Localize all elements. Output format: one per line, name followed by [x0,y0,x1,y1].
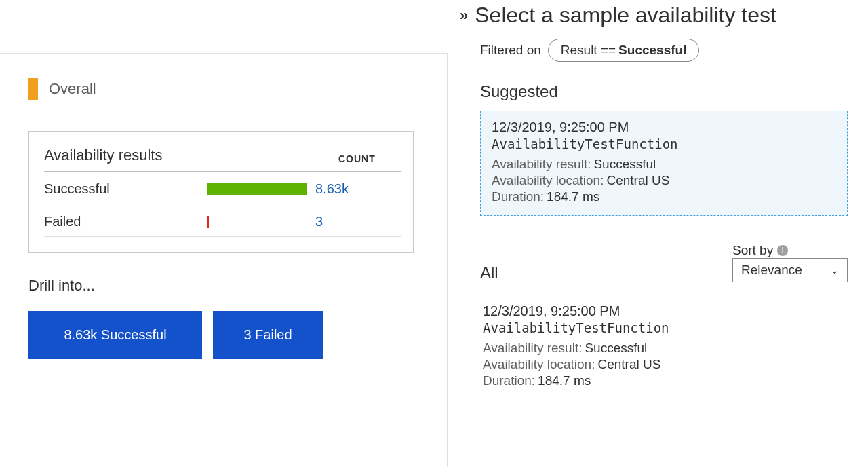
panel-title: Select a sample availability test [475,3,848,28]
drill-successful-button[interactable]: 8.63k Successful [28,311,202,359]
sort-label-row: Sort by i [732,243,788,258]
drill-buttons: 8.63k Successful 3 Failed [28,311,447,359]
drill-failed-button[interactable]: 3 Failed [213,311,323,359]
all-header-row: All Sort by i Relevance ⌄ [480,243,848,288]
result-bar-icon [207,216,209,228]
card-value: 184.7 ms [538,373,591,388]
card-timestamp: 12/3/2019, 9:25:00 PM [492,119,836,135]
card-line: Duration:184.7 ms [483,373,848,388]
drill-into-label: Drill into... [28,277,447,295]
card-function-name: AvailabilityTestFunction [483,320,848,335]
overall-label: Overall [49,80,96,98]
card-line: Availability location:Central US [492,173,836,188]
right-panel: » Select a sample availability test Filt… [448,0,868,467]
all-card[interactable]: 12/3/2019, 9:25:00 PM AvailabilityTestFu… [480,298,848,388]
table-row[interactable]: Successful 8.63k [44,172,401,204]
result-bar-icon [207,183,307,195]
card-key: Availability location: [483,357,595,371]
result-count: 8.63k [315,181,378,197]
all-title: All [480,263,498,282]
suggested-title: Suggested [480,82,848,101]
card-value: Central US [606,173,669,187]
card-key: Availability result: [492,157,591,171]
card-line: Availability result:Successful [492,157,836,172]
result-name: Failed [44,214,207,229]
card-value: Successful [593,157,656,171]
card-value: 184.7 ms [547,189,599,204]
sort-block: Sort by i Relevance ⌄ [732,243,848,282]
result-bar-cell [207,216,315,228]
sort-select[interactable]: Relevance ⌄ [732,258,848,282]
count-column-header: COUNT [338,153,401,164]
card-key: Duration: [492,189,544,204]
sort-by-label: Sort by [732,243,773,258]
results-title-row: Availability results COUNT [44,147,401,172]
card-value: Successful [585,341,647,355]
filter-row: Filtered on Result == Successful [480,39,848,62]
card-timestamp: 12/3/2019, 9:25:00 PM [483,303,848,319]
chevron-down-icon: ⌄ [831,265,839,276]
suggested-card[interactable]: 12/3/2019, 9:25:00 PM AvailabilityTestFu… [480,111,848,216]
right-header: » Select a sample availability test [460,3,848,39]
overall-marker-icon [28,78,38,100]
card-key: Availability location: [492,173,604,187]
filter-pill[interactable]: Result == Successful [548,39,700,62]
collapse-icon[interactable]: » [460,8,468,23]
card-key: Duration: [483,373,535,388]
card-line: Availability location:Central US [483,357,848,372]
info-icon[interactable]: i [777,245,788,256]
result-bar-cell [207,183,315,195]
card-key: Availability result: [483,341,582,355]
sort-value: Relevance [741,263,802,278]
table-row[interactable]: Failed 3 [44,204,401,237]
result-name: Successful [44,181,207,197]
card-line: Availability result:Successful [483,341,848,356]
card-function-name: AvailabilityTestFunction [492,136,836,151]
left-panel: Overall Availability results COUNT Succe… [0,53,448,467]
card-line: Duration:184.7 ms [492,189,836,204]
results-title: Availability results [44,147,338,164]
card-value: Central US [597,357,660,371]
filter-value: Successful [618,43,686,58]
result-count: 3 [315,214,378,229]
filter-prefix: Result == [561,43,616,58]
filter-label: Filtered on [480,43,541,58]
availability-results-box: Availability results COUNT Successful 8.… [28,131,414,253]
overall-header: Overall [28,78,447,100]
